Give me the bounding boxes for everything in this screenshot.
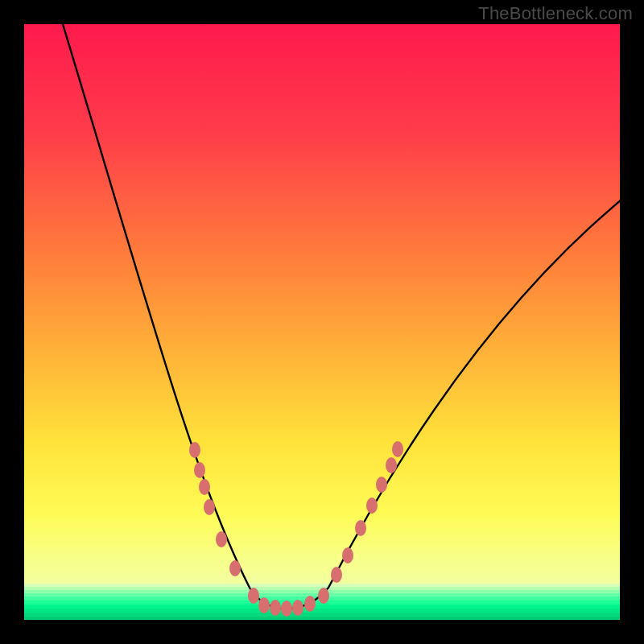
data-point (281, 601, 292, 617)
data-point (270, 600, 281, 616)
data-point (342, 547, 353, 564)
data-point (392, 441, 403, 457)
data-point (229, 560, 241, 576)
data-point (216, 531, 227, 547)
data-point (194, 462, 205, 478)
data-point (204, 499, 215, 515)
data-point (366, 497, 378, 514)
data-point (331, 567, 342, 583)
plot-area (24, 24, 620, 620)
data-point (189, 442, 200, 458)
data-point (304, 596, 316, 612)
data-point (386, 457, 397, 473)
bottleneck-curve (60, 24, 620, 609)
watermark-text: TheBottleneck.com (478, 3, 633, 24)
marker-group (189, 441, 403, 617)
data-point (292, 600, 303, 616)
data-point (248, 588, 259, 604)
data-point (199, 479, 210, 495)
outer-frame: TheBottleneck.com (0, 0, 644, 644)
chart-svg (24, 24, 620, 620)
data-point (355, 520, 366, 536)
data-point (318, 588, 329, 604)
data-point (376, 477, 387, 493)
data-point (258, 597, 270, 613)
